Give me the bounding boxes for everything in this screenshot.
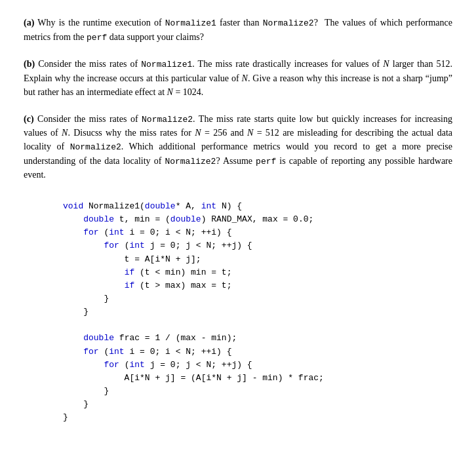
kw-if-1: if: [125, 267, 135, 277]
code-line-17: }: [63, 411, 452, 424]
kw-int-3: int: [109, 347, 124, 357]
section-c: (c) Consider the miss rates of Normalize…: [24, 112, 452, 182]
code-line-10: [63, 319, 452, 332]
normalize2-ref-c: Normalize2: [142, 115, 193, 125]
kw-if-2: if: [125, 281, 135, 290]
section-a: (a) Why is the runtime execution of Norm…: [24, 16, 452, 44]
kw-for-3: for: [83, 347, 98, 357]
normalize2-ref: Normalize2: [263, 18, 314, 28]
perf-ref-c: perf: [256, 157, 276, 166]
kw-for-2: for: [104, 241, 119, 250]
kw-for-1: for: [83, 227, 98, 237]
label-c: (c): [24, 114, 34, 124]
code-line-9: }: [63, 305, 452, 319]
label-a: (a): [24, 18, 34, 28]
code-block: void Normalize1(double* A, int N) { doub…: [63, 200, 452, 424]
code-line-16: }: [63, 398, 452, 411]
section-a-text: (a) Why is the runtime execution of Norm…: [24, 16, 452, 44]
code-line-12: for (int i = 0; i < N; ++i) {: [63, 345, 452, 359]
kw-int-2: int: [129, 241, 144, 250]
code-line-1: void Normalize1(double* A, int N) {: [63, 200, 452, 213]
code-line-7: if (t > max) max = t;: [63, 279, 452, 292]
section-b-text: (b) Consider the miss rates of Normalize…: [24, 57, 452, 99]
kw-void: void: [63, 201, 83, 211]
kw-int-1: int: [109, 227, 124, 237]
section-b: (b) Consider the miss rates of Normalize…: [24, 57, 452, 99]
code-line-8: }: [63, 292, 452, 305]
kw-double-cast: double: [170, 214, 201, 224]
kw-double-1: double: [83, 214, 114, 224]
normalize1-ref: Normalize1: [165, 18, 216, 28]
kw-int-param: int: [201, 201, 216, 211]
code-line-14: A[i*N + j] = (A[i*N + j] - min) * frac;: [63, 372, 452, 385]
kw-int-4: int: [129, 360, 144, 370]
code-line-5: t = A[i*N + j];: [63, 253, 452, 266]
perf-ref: perf: [87, 33, 107, 43]
code-line-2: double t, min = (double) RAND_MAX, max =…: [63, 213, 452, 226]
code-line-3: for (int i = 0; i < N; ++i) {: [63, 226, 452, 239]
code-line-11: double frac = 1 / (max - min);: [63, 332, 452, 345]
label-b: (b): [24, 59, 35, 69]
kw-for-4: for: [104, 360, 119, 370]
normalize1-ref-b: Normalize1: [141, 60, 192, 69]
code-line-13: for (int j = 0; j < N; ++j) {: [63, 359, 452, 372]
normalize2-ref-c3: Normalize2: [165, 157, 216, 166]
code-line-4: for (int j = 0; j < N; ++j) {: [63, 239, 452, 252]
kw-double-param: double: [145, 201, 176, 211]
code-line-15: }: [63, 385, 452, 398]
kw-double-2: double: [83, 333, 114, 343]
normalize2-ref-c2: Normalize2: [70, 142, 121, 152]
code-line-6: if (t < min) min = t;: [63, 266, 452, 279]
section-c-text: (c) Consider the miss rates of Normalize…: [24, 112, 452, 182]
